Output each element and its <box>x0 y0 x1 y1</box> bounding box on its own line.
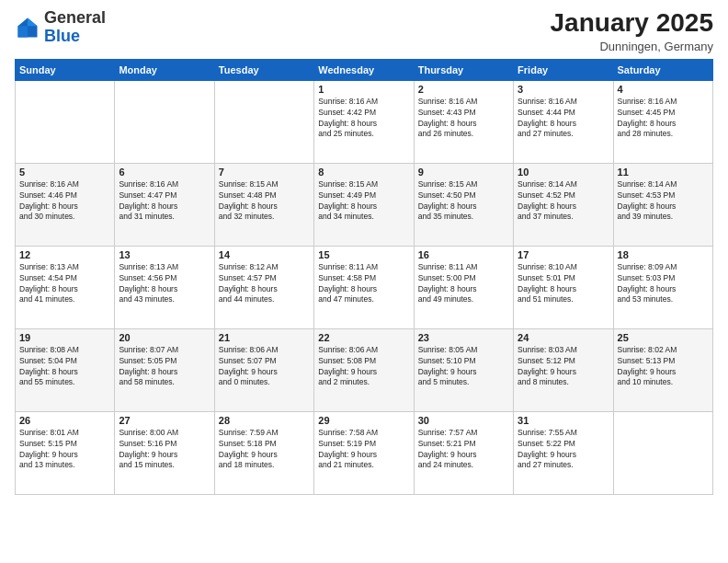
logo-text: General Blue <box>44 9 106 46</box>
calendar-day-header: Tuesday <box>214 59 313 80</box>
calendar-cell: 20Sunrise: 8:07 AM Sunset: 5:05 PM Dayli… <box>115 328 214 411</box>
calendar-cell: 4Sunrise: 8:16 AM Sunset: 4:45 PM Daylig… <box>613 80 712 163</box>
logo-general: General <box>44 8 106 27</box>
day-number: 10 <box>518 167 609 178</box>
calendar-day-header: Sunday <box>16 59 115 80</box>
day-number: 5 <box>19 167 110 178</box>
day-number: 24 <box>518 332 609 343</box>
day-info: Sunrise: 8:11 AM Sunset: 4:58 PM Dayligh… <box>318 262 409 306</box>
calendar-cell: 12Sunrise: 8:13 AM Sunset: 4:54 PM Dayli… <box>16 246 115 328</box>
calendar-cell: 15Sunrise: 8:11 AM Sunset: 4:58 PM Dayli… <box>314 246 414 328</box>
day-number: 28 <box>219 415 310 426</box>
day-number: 23 <box>418 332 509 343</box>
day-info: Sunrise: 8:12 AM Sunset: 4:57 PM Dayligh… <box>219 262 310 306</box>
day-info: Sunrise: 8:03 AM Sunset: 5:12 PM Dayligh… <box>518 345 609 389</box>
calendar-cell: 19Sunrise: 8:08 AM Sunset: 5:04 PM Dayli… <box>16 328 115 411</box>
day-info: Sunrise: 8:02 AM Sunset: 5:13 PM Dayligh… <box>618 345 709 389</box>
day-info: Sunrise: 8:08 AM Sunset: 5:04 PM Dayligh… <box>19 345 110 389</box>
day-info: Sunrise: 7:57 AM Sunset: 5:21 PM Dayligh… <box>418 428 509 472</box>
day-info: Sunrise: 8:16 AM Sunset: 4:44 PM Dayligh… <box>518 97 609 141</box>
calendar-day-header: Friday <box>514 59 613 80</box>
day-number: 8 <box>318 167 409 178</box>
calendar-cell <box>16 80 115 163</box>
calendar-cell: 3Sunrise: 8:16 AM Sunset: 4:44 PM Daylig… <box>514 80 613 163</box>
day-number: 7 <box>219 167 310 178</box>
calendar: SundayMondayTuesdayWednesdayThursdayFrid… <box>15 59 713 495</box>
day-info: Sunrise: 7:58 AM Sunset: 5:19 PM Dayligh… <box>318 428 409 472</box>
day-info: Sunrise: 8:16 AM Sunset: 4:42 PM Dayligh… <box>318 97 409 141</box>
calendar-cell <box>214 80 313 163</box>
day-info: Sunrise: 8:13 AM Sunset: 4:56 PM Dayligh… <box>119 262 210 306</box>
svg-marker-2 <box>18 26 28 37</box>
day-info: Sunrise: 8:09 AM Sunset: 5:03 PM Dayligh… <box>618 262 709 306</box>
calendar-cell: 6Sunrise: 8:16 AM Sunset: 4:47 PM Daylig… <box>115 163 214 246</box>
title-block: January 2025 Dunningen, Germany <box>551 9 713 53</box>
day-number: 3 <box>518 84 609 95</box>
day-info: Sunrise: 8:16 AM Sunset: 4:43 PM Dayligh… <box>418 97 509 141</box>
calendar-cell: 29Sunrise: 7:58 AM Sunset: 5:19 PM Dayli… <box>314 411 414 494</box>
day-info: Sunrise: 8:14 AM Sunset: 4:52 PM Dayligh… <box>518 179 609 224</box>
day-info: Sunrise: 8:05 AM Sunset: 5:10 PM Dayligh… <box>418 345 509 389</box>
calendar-cell: 23Sunrise: 8:05 AM Sunset: 5:10 PM Dayli… <box>414 328 513 411</box>
logo-blue: Blue <box>44 27 80 45</box>
calendar-cell: 1Sunrise: 8:16 AM Sunset: 4:42 PM Daylig… <box>314 80 414 163</box>
day-info: Sunrise: 8:06 AM Sunset: 5:08 PM Dayligh… <box>318 345 409 389</box>
day-number: 21 <box>219 332 310 343</box>
day-number: 13 <box>119 249 210 260</box>
day-number: 20 <box>119 332 210 343</box>
calendar-cell: 24Sunrise: 8:03 AM Sunset: 5:12 PM Dayli… <box>514 328 613 411</box>
month-title: January 2025 <box>551 9 713 38</box>
day-info: Sunrise: 8:06 AM Sunset: 5:07 PM Dayligh… <box>219 345 310 389</box>
calendar-cell: 30Sunrise: 7:57 AM Sunset: 5:21 PM Dayli… <box>414 411 513 494</box>
day-info: Sunrise: 8:14 AM Sunset: 4:53 PM Dayligh… <box>618 179 709 224</box>
day-info: Sunrise: 8:15 AM Sunset: 4:50 PM Dayligh… <box>418 179 509 224</box>
calendar-cell: 9Sunrise: 8:15 AM Sunset: 4:50 PM Daylig… <box>414 163 513 246</box>
calendar-cell: 17Sunrise: 8:10 AM Sunset: 5:01 PM Dayli… <box>514 246 613 328</box>
calendar-cell <box>613 411 712 494</box>
day-info: Sunrise: 7:55 AM Sunset: 5:22 PM Dayligh… <box>518 428 609 472</box>
calendar-cell: 5Sunrise: 8:16 AM Sunset: 4:46 PM Daylig… <box>16 163 115 246</box>
day-info: Sunrise: 8:01 AM Sunset: 5:15 PM Dayligh… <box>19 428 110 472</box>
day-number: 12 <box>19 249 110 260</box>
calendar-week-row: 26Sunrise: 8:01 AM Sunset: 5:15 PM Dayli… <box>16 411 713 494</box>
calendar-cell: 2Sunrise: 8:16 AM Sunset: 4:43 PM Daylig… <box>414 80 513 163</box>
calendar-cell: 28Sunrise: 7:59 AM Sunset: 5:18 PM Dayli… <box>214 411 313 494</box>
day-info: Sunrise: 8:00 AM Sunset: 5:16 PM Dayligh… <box>119 428 210 472</box>
day-number: 29 <box>318 415 409 426</box>
calendar-cell: 8Sunrise: 8:15 AM Sunset: 4:49 PM Daylig… <box>314 163 414 246</box>
logo: General Blue <box>15 9 106 46</box>
day-number: 4 <box>618 84 709 95</box>
day-number: 9 <box>418 167 509 178</box>
day-number: 14 <box>219 249 310 260</box>
day-number: 15 <box>318 249 409 260</box>
calendar-week-row: 12Sunrise: 8:13 AM Sunset: 4:54 PM Dayli… <box>16 246 713 328</box>
day-info: Sunrise: 8:13 AM Sunset: 4:54 PM Dayligh… <box>19 262 110 306</box>
calendar-cell: 10Sunrise: 8:14 AM Sunset: 4:52 PM Dayli… <box>514 163 613 246</box>
calendar-cell: 7Sunrise: 8:15 AM Sunset: 4:48 PM Daylig… <box>214 163 313 246</box>
day-info: Sunrise: 8:16 AM Sunset: 4:45 PM Dayligh… <box>618 97 709 141</box>
day-number: 27 <box>119 415 210 426</box>
logo-icon <box>15 15 40 40</box>
calendar-cell: 11Sunrise: 8:14 AM Sunset: 4:53 PM Dayli… <box>613 163 712 246</box>
svg-marker-1 <box>28 17 38 26</box>
calendar-week-row: 5Sunrise: 8:16 AM Sunset: 4:46 PM Daylig… <box>16 163 713 246</box>
calendar-week-row: 19Sunrise: 8:08 AM Sunset: 5:04 PM Dayli… <box>16 328 713 411</box>
calendar-cell: 16Sunrise: 8:11 AM Sunset: 5:00 PM Dayli… <box>414 246 513 328</box>
calendar-cell: 27Sunrise: 8:00 AM Sunset: 5:16 PM Dayli… <box>115 411 214 494</box>
day-number: 22 <box>318 332 409 343</box>
day-number: 6 <box>119 167 210 178</box>
subtitle: Dunningen, Germany <box>551 40 713 53</box>
day-number: 16 <box>418 249 509 260</box>
calendar-cell: 25Sunrise: 8:02 AM Sunset: 5:13 PM Dayli… <box>613 328 712 411</box>
day-number: 30 <box>418 415 509 426</box>
calendar-cell: 18Sunrise: 8:09 AM Sunset: 5:03 PM Dayli… <box>613 246 712 328</box>
calendar-week-row: 1Sunrise: 8:16 AM Sunset: 4:42 PM Daylig… <box>16 80 713 163</box>
calendar-cell: 22Sunrise: 8:06 AM Sunset: 5:08 PM Dayli… <box>314 328 414 411</box>
day-number: 11 <box>618 167 709 178</box>
calendar-day-header: Monday <box>115 59 214 80</box>
day-number: 25 <box>618 332 709 343</box>
calendar-cell: 26Sunrise: 8:01 AM Sunset: 5:15 PM Dayli… <box>16 411 115 494</box>
calendar-cell <box>115 80 214 163</box>
day-number: 18 <box>618 249 709 260</box>
day-number: 2 <box>418 84 509 95</box>
